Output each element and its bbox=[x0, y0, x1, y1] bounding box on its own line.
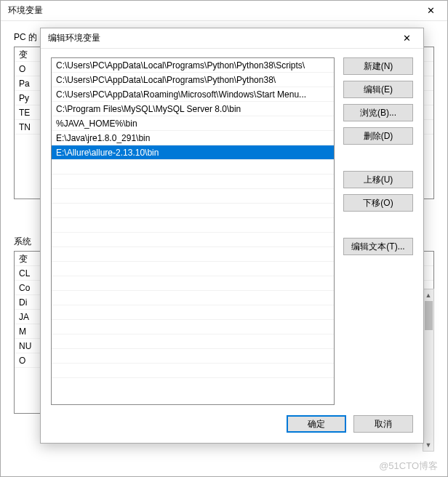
path-item[interactable]: C:\Users\PC\AppData\Roaming\Microsoft\Wi… bbox=[52, 87, 334, 102]
edit-title: 编辑环境变量 bbox=[48, 32, 100, 44]
close-icon[interactable]: ✕ bbox=[418, 2, 443, 20]
edit-footer: 确定 取消 bbox=[51, 415, 413, 433]
path-item-empty[interactable] bbox=[52, 233, 334, 247]
scroll-down-icon[interactable]: ▼ bbox=[423, 439, 433, 451]
path-item-empty[interactable] bbox=[52, 305, 334, 320]
edit-button[interactable]: 编辑(E) bbox=[343, 81, 413, 98]
edit-text-button[interactable]: 编辑文本(T)... bbox=[343, 238, 413, 255]
edit-titlebar: 编辑环境变量 ✕ bbox=[41, 28, 423, 49]
path-item[interactable]: C:\Users\PC\AppData\Local\Programs\Pytho… bbox=[52, 73, 334, 87]
close-icon[interactable]: ✕ bbox=[394, 30, 419, 47]
edit-client: C:\Users\PC\AppData\Local\Programs\Pytho… bbox=[41, 49, 423, 443]
side-buttons: 新建(N) 编辑(E) 浏览(B)... 删除(D) 上移(U) 下移(O) 编… bbox=[343, 57, 413, 405]
path-item[interactable]: E:\Java\jre1.8.0_291\bin bbox=[52, 131, 334, 145]
path-item-empty[interactable] bbox=[52, 247, 334, 262]
path-item-empty[interactable] bbox=[52, 364, 334, 378]
browse-button[interactable]: 浏览(B)... bbox=[343, 104, 413, 121]
move-down-button[interactable]: 下移(O) bbox=[343, 194, 413, 212]
edit-env-var-window: 编辑环境变量 ✕ C:\Users\PC\AppData\Local\Progr… bbox=[40, 28, 424, 444]
path-item-empty[interactable] bbox=[52, 218, 334, 233]
path-item-empty[interactable] bbox=[52, 349, 334, 364]
parent-title: 环境变量 bbox=[8, 4, 43, 17]
path-item-empty[interactable] bbox=[52, 189, 334, 204]
delete-button[interactable]: 删除(D) bbox=[343, 127, 413, 145]
path-item[interactable]: %JAVA_HOME%\bin bbox=[52, 116, 334, 131]
path-item-empty[interactable] bbox=[52, 320, 334, 334]
scrollbar[interactable]: ▲ ▼ bbox=[423, 289, 434, 452]
path-item-empty[interactable] bbox=[52, 291, 334, 305]
path-item-empty[interactable] bbox=[52, 276, 334, 291]
path-item[interactable]: E:\Allure\allure-2.13.10\bin bbox=[52, 145, 334, 160]
path-item[interactable]: C:\Program Files\MySQL\MySQL Server 8.0\… bbox=[52, 102, 334, 116]
scroll-thumb[interactable] bbox=[425, 301, 433, 330]
cancel-button[interactable]: 取消 bbox=[353, 415, 413, 433]
path-list[interactable]: C:\Users\PC\AppData\Local\Programs\Pytho… bbox=[51, 57, 335, 405]
path-item[interactable]: C:\Users\PC\AppData\Local\Programs\Pytho… bbox=[52, 58, 334, 73]
parent-titlebar: 环境变量 ✕ bbox=[1, 1, 447, 21]
new-button[interactable]: 新建(N) bbox=[343, 57, 413, 75]
path-item-empty[interactable] bbox=[52, 334, 334, 349]
path-item-empty[interactable] bbox=[52, 204, 334, 218]
path-item-empty[interactable] bbox=[52, 262, 334, 276]
scroll-up-icon[interactable]: ▲ bbox=[423, 289, 433, 301]
path-item-empty[interactable] bbox=[52, 160, 334, 175]
path-item-empty[interactable] bbox=[52, 175, 334, 189]
move-up-button[interactable]: 上移(U) bbox=[343, 171, 413, 188]
ok-button[interactable]: 确定 bbox=[287, 415, 346, 433]
